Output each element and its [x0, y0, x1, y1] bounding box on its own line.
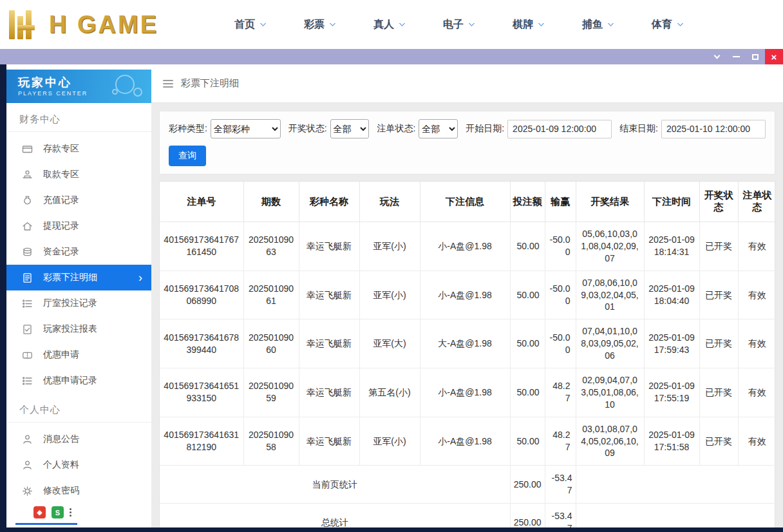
- cell-bet-id: 401569173641631812190: [160, 417, 243, 466]
- bet-status-select[interactable]: 全部: [419, 119, 458, 138]
- sidebar-section-label: 个人中心: [6, 394, 151, 423]
- sidebar-item-profile[interactable]: 个人资料: [6, 452, 151, 478]
- table-header-row: 注单号期数彩种名称玩法下注信息投注额输赢开奖结果下注时间开奖状态注单状态: [160, 182, 776, 222]
- sidebar-item-withdraw[interactable]: 取款专区: [6, 162, 151, 187]
- sidebar-section-label: 财务中心: [6, 103, 151, 132]
- logo-icon: [8, 8, 44, 41]
- sidebar-item-label: 提现记录: [43, 220, 79, 232]
- profile-icon: [22, 460, 33, 471]
- top-nav: H GAME 首页彩票真人电子棋牌捕鱼体育: [0, 0, 783, 49]
- breadcrumb: 彩票下注明细: [151, 64, 783, 103]
- sidebar-item-promo[interactable]: 优惠申请: [6, 342, 151, 368]
- column-header: 玩法: [359, 182, 420, 222]
- chevron-down-icon: [469, 20, 475, 26]
- cell-period: 20250109061: [243, 271, 299, 319]
- nav-item-3[interactable]: 真人: [373, 18, 404, 32]
- window-minimize-button[interactable]: [726, 49, 746, 64]
- window-maximize-button[interactable]: [746, 49, 765, 64]
- sidebar-item-label: 消息公告: [43, 433, 79, 445]
- column-header: 彩种名称: [299, 182, 359, 222]
- sidebar-item-label: 优惠申请: [43, 349, 79, 361]
- nav-item-6[interactable]: 捕鱼: [582, 18, 613, 32]
- message-icon: [22, 434, 33, 445]
- sidebar-item-lottery[interactable]: 彩票下注明细›: [6, 265, 151, 290]
- start-date-input[interactable]: [507, 120, 612, 138]
- cell-lottery-name: 幸运飞艇新: [299, 368, 359, 417]
- top-nav-menu: 首页彩票真人电子棋牌捕鱼体育: [234, 18, 683, 32]
- cell-bet-info: 小-A盘@1.98: [420, 271, 510, 319]
- hall-icon: [22, 298, 33, 309]
- app-frame: 玩家中心 PLAYERS CENTER 财务中心存款专区取款专区充值记录提现记录…: [0, 64, 783, 532]
- lottery-type-select[interactable]: 全部彩种: [211, 119, 281, 138]
- column-header: 期数: [243, 182, 299, 222]
- sidebar-item-message[interactable]: 消息公告: [6, 426, 151, 452]
- sidebar-header: 玩家中心 PLAYERS CENTER: [6, 70, 151, 103]
- cell-win-loss: 48.27: [545, 417, 576, 466]
- end-date-input[interactable]: [661, 120, 766, 138]
- sidebar-item-recharge[interactable]: 充值记录: [6, 187, 151, 213]
- nav-item-2[interactable]: 彩票: [304, 18, 335, 32]
- summary-empty: [576, 466, 776, 504]
- sidebar-item-deposit[interactable]: 存款专区: [6, 136, 151, 162]
- sidebar-item-funds[interactable]: 资金记录: [6, 239, 151, 265]
- end-date-label: 结束日期:: [619, 123, 658, 135]
- cell-bet-info: 小-A盘@1.98: [420, 417, 510, 466]
- minimize-icon: [733, 56, 740, 57]
- column-header: 开奖结果: [576, 182, 644, 222]
- draw-status-select[interactable]: 全部: [330, 119, 370, 138]
- cell-play: 亚军(小): [359, 271, 420, 319]
- cell-draw-result: 03,01,08,07,04,05,02,06,10,09: [576, 417, 644, 466]
- sidebar-accent-line: [15, 523, 77, 525]
- summary-label: 当前页统计: [160, 466, 510, 504]
- sidebar-item-cashout[interactable]: 提现记录: [6, 213, 151, 239]
- cell-bet-id: 401569173641678399440: [160, 319, 243, 368]
- cell-win-loss: 48.27: [545, 368, 576, 417]
- chevron-down-icon: [330, 20, 336, 26]
- sidebar-item-label: 资金记录: [43, 246, 79, 258]
- chevron-down-icon: [713, 52, 720, 59]
- table-row: 40156917364176716145020250109063幸运飞艇新亚军(…: [160, 222, 776, 271]
- menu-toggle-icon[interactable]: [163, 80, 173, 88]
- main-content: 彩票下注明细 彩种类型: 全部彩种 开奖状态: 全部 注单状态: 全部 开始日期…: [151, 64, 783, 527]
- chevron-down-icon: [608, 20, 614, 26]
- sidebar-item-report[interactable]: 玩家投注报表: [6, 316, 151, 342]
- cell-period: 20250109058: [243, 417, 299, 466]
- bets-table-panel: 注单号期数彩种名称玩法下注信息投注额输赢开奖结果下注时间开奖状态注单状态 401…: [159, 181, 775, 527]
- sidebar-item-hall[interactable]: 厅室投注记录: [6, 290, 151, 316]
- nav-item-5[interactable]: 棋牌: [513, 18, 543, 32]
- cell-bet-time: 2025-01-09 17:55:19: [644, 368, 699, 417]
- cell-bet-amount: 50.00: [510, 368, 545, 417]
- window-collapse-button[interactable]: [707, 49, 726, 64]
- cell-lottery-name: 幸运飞艇新: [299, 319, 359, 368]
- nav-item-1[interactable]: 首页: [234, 18, 265, 32]
- cell-bet-time: 2025-01-09 18:04:40: [644, 271, 699, 319]
- sidebar-item-label: 彩票下注明细: [43, 272, 97, 283]
- sheet-app-icon[interactable]: S: [52, 506, 64, 518]
- nav-item-4[interactable]: 电子: [443, 18, 474, 32]
- funds-icon: [22, 247, 33, 258]
- window-close-button[interactable]: ×: [765, 49, 783, 64]
- draw-status-label: 开奖状态:: [288, 123, 327, 135]
- search-button[interactable]: 查询: [169, 146, 206, 166]
- more-dots-icon[interactable]: [70, 508, 71, 517]
- nav-item-label: 首页: [234, 18, 255, 32]
- cell-bet-status: 有效: [738, 271, 776, 319]
- cell-bet-info: 小-A盘@1.98: [420, 222, 510, 271]
- sidebar-menu: 财务中心存款专区取款专区充值记录提现记录资金记录彩票下注明细›厅室投注记录玩家投…: [6, 103, 151, 504]
- table-body: 40156917364176716145020250109063幸运飞艇新亚军(…: [160, 222, 776, 528]
- logo[interactable]: H GAME: [8, 8, 196, 41]
- chevron-right-icon: ›: [138, 272, 142, 283]
- sidebar: 玩家中心 PLAYERS CENTER 财务中心存款专区取款专区充值记录提现记录…: [6, 64, 151, 527]
- column-header: 开奖状态: [699, 182, 738, 222]
- summary-row: 当前页统计250.00-53.47: [160, 466, 776, 504]
- doc-app-icon[interactable]: ◆: [33, 506, 46, 518]
- sidebar-item-promorec[interactable]: 优惠申请记录: [6, 368, 151, 394]
- summary-winloss-total: -53.47: [545, 504, 576, 527]
- maximize-icon: [752, 54, 759, 60]
- cell-bet-amount: 50.00: [510, 417, 545, 466]
- password-icon: [22, 486, 33, 497]
- cell-bet-time: 2025-01-09 17:51:58: [644, 417, 699, 466]
- cell-bet-time: 2025-01-09 17:59:43: [644, 319, 699, 368]
- sidebar-item-password[interactable]: 修改密码: [6, 478, 151, 504]
- nav-item-7[interactable]: 体育: [652, 18, 683, 32]
